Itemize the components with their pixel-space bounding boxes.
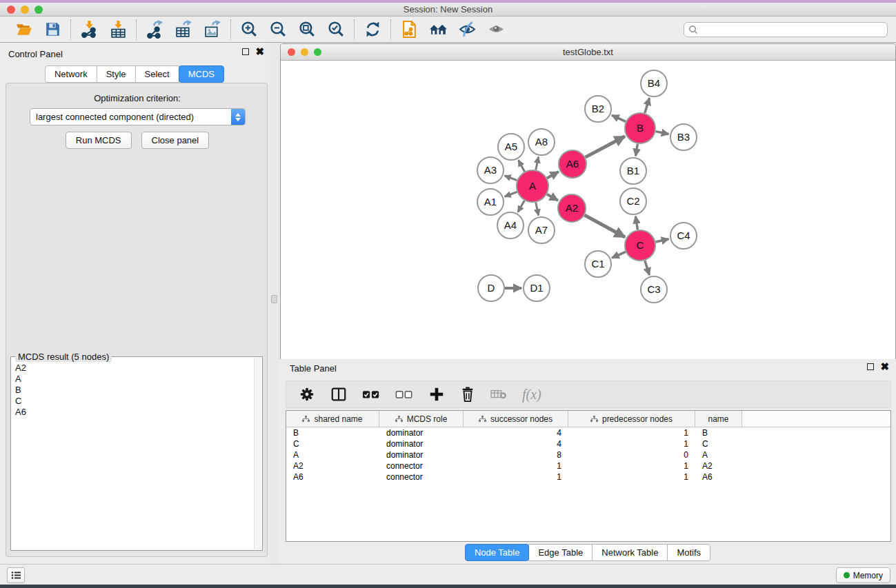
network-canvas[interactable]: AA1A2A3A4A5A6A7A8BB1B2B3B4CC1C2C3C4DD1	[281, 61, 895, 396]
network-from-file-icon[interactable]	[399, 20, 419, 39]
close-panel-icon[interactable]: ✖	[255, 48, 264, 55]
float-panel-icon[interactable]	[242, 48, 249, 55]
result-item[interactable]: A2	[15, 363, 252, 374]
task-history-button[interactable]	[7, 567, 25, 583]
result-item[interactable]: B	[15, 385, 252, 396]
cell-shared-name[interactable]: A2	[286, 461, 379, 471]
column-header-name[interactable]: name	[695, 411, 742, 427]
edge-A2-C[interactable]	[584, 215, 625, 237]
select-all-icon[interactable]	[362, 386, 380, 403]
cell-MCDS-role[interactable]: connector	[379, 461, 464, 471]
tab-mcds[interactable]: MCDS	[179, 65, 224, 83]
edge-A-A7[interactable]	[536, 203, 539, 216]
cell-shared-name[interactable]: A6	[286, 472, 379, 482]
settings-gear-icon[interactable]	[299, 386, 315, 403]
refresh-layout-icon[interactable]	[363, 20, 382, 39]
close-panel-icon[interactable]: ✖	[880, 363, 889, 370]
edge-A-A2[interactable]	[547, 194, 558, 201]
table-row[interactable]: A2connector11A2	[286, 460, 890, 472]
cell-predecessor-nodes[interactable]: 1	[568, 472, 695, 482]
edge-A6-B[interactable]	[586, 136, 625, 157]
edge-C-C2[interactable]	[635, 216, 637, 230]
edge-C-C1[interactable]	[612, 252, 626, 258]
cell-name[interactable]: A2	[695, 461, 742, 471]
zoom-in-icon[interactable]	[239, 20, 259, 39]
cell-name[interactable]: A	[695, 450, 742, 460]
divider-grip[interactable]	[271, 295, 277, 303]
edge-A-A5[interactable]	[519, 160, 525, 172]
mcds-result-list[interactable]: A2ABCA6	[15, 363, 252, 418]
edge-B-B4[interactable]	[645, 98, 650, 113]
open-file-icon[interactable]	[14, 20, 33, 39]
float-panel-icon[interactable]	[867, 363, 874, 370]
cell-successor-nodes[interactable]: 4	[464, 428, 568, 438]
column-visibility-icon[interactable]	[330, 386, 347, 403]
cell-MCDS-role[interactable]: dominator	[379, 450, 464, 460]
table-row[interactable]: Cdominator41C	[286, 438, 890, 449]
column-header-successor-nodes[interactable]: successor nodes	[464, 411, 568, 427]
result-item[interactable]: A6	[15, 407, 252, 418]
criterion-select[interactable]: largest connected component (directed)	[30, 108, 246, 125]
memory-button[interactable]: Memory	[836, 567, 890, 583]
tab-network[interactable]: Network	[45, 65, 97, 83]
zoom-out-icon[interactable]	[268, 20, 288, 39]
tab-select[interactable]: Select	[135, 65, 179, 83]
cell-predecessor-nodes[interactable]: 1	[568, 428, 695, 438]
tab-edge-table[interactable]: Edge Table	[528, 544, 593, 561]
edge-A-A6[interactable]	[547, 172, 559, 178]
cell-predecessor-nodes[interactable]: 0	[568, 450, 695, 460]
tab-style[interactable]: Style	[97, 65, 136, 83]
edge-C-C4[interactable]	[655, 239, 668, 242]
edge-C-C3[interactable]	[645, 261, 650, 275]
add-column-icon[interactable]	[428, 386, 445, 403]
edge-B-B2[interactable]	[612, 115, 626, 121]
edge-B-B3[interactable]	[656, 132, 669, 134]
cell-predecessor-nodes[interactable]: 1	[568, 439, 695, 449]
cell-name[interactable]: A6	[695, 472, 742, 482]
column-header-predecessor-nodes[interactable]: predecessor nodes	[568, 411, 695, 427]
delete-column-icon[interactable]	[460, 386, 475, 403]
result-item[interactable]: A	[15, 374, 252, 385]
zoom-fit-icon[interactable]	[297, 20, 317, 39]
cell-successor-nodes[interactable]: 1	[464, 472, 568, 482]
cell-successor-nodes[interactable]: 4	[464, 439, 568, 449]
cell-successor-nodes[interactable]: 8	[464, 450, 568, 460]
network-window-titlebar[interactable]: testGlobe.txt	[281, 44, 895, 61]
export-table-icon[interactable]	[174, 20, 193, 39]
cell-shared-name[interactable]: C	[286, 439, 379, 449]
vertical-split-divider[interactable]	[270, 43, 280, 564]
edge-B-B1[interactable]	[636, 144, 638, 156]
cell-shared-name[interactable]: B	[286, 428, 379, 438]
export-network-icon[interactable]	[145, 20, 164, 39]
cell-successor-nodes[interactable]: 1	[464, 461, 568, 471]
edge-A-A4[interactable]	[518, 201, 524, 212]
tab-network-table[interactable]: Network Table	[592, 544, 668, 561]
column-header-MCDS-role[interactable]: MCDS role	[379, 411, 464, 427]
zoom-selected-icon[interactable]	[326, 20, 346, 39]
show-hide-panel-icon[interactable]	[486, 20, 506, 39]
close-panel-button[interactable]: Close panel	[141, 132, 210, 149]
node-table[interactable]: shared nameMCDS rolesuccessor nodesprede…	[286, 410, 891, 542]
search-field[interactable]	[684, 22, 888, 37]
tab-motifs[interactable]: Motifs	[667, 544, 710, 561]
edge-A-A8[interactable]	[536, 157, 539, 170]
table-row[interactable]: A6connector11A6	[286, 472, 890, 483]
import-table-icon[interactable]	[108, 20, 128, 39]
cell-MCDS-role[interactable]: dominator	[379, 439, 464, 449]
toggle-graphics-details-icon[interactable]	[457, 20, 477, 39]
cell-name[interactable]: C	[695, 439, 742, 449]
save-session-icon[interactable]	[43, 20, 62, 39]
tab-node-table[interactable]: Node Table	[465, 544, 530, 561]
cell-MCDS-role[interactable]: connector	[379, 472, 464, 482]
export-image-icon[interactable]	[203, 20, 222, 39]
table-row[interactable]: Bdominator41B	[286, 427, 890, 438]
table-header-row[interactable]: shared nameMCDS rolesuccessor nodesprede…	[286, 411, 890, 427]
deselect-all-icon[interactable]	[395, 386, 413, 403]
run-mcds-button[interactable]: Run MCDS	[66, 132, 132, 149]
import-network-icon[interactable]	[79, 20, 99, 39]
result-scrollbar[interactable]	[254, 358, 261, 549]
column-header-shared-name[interactable]: shared name	[286, 411, 379, 427]
edge-A-A1[interactable]	[505, 192, 517, 196]
search-input[interactable]	[701, 25, 887, 34]
cell-name[interactable]: B	[695, 428, 742, 438]
